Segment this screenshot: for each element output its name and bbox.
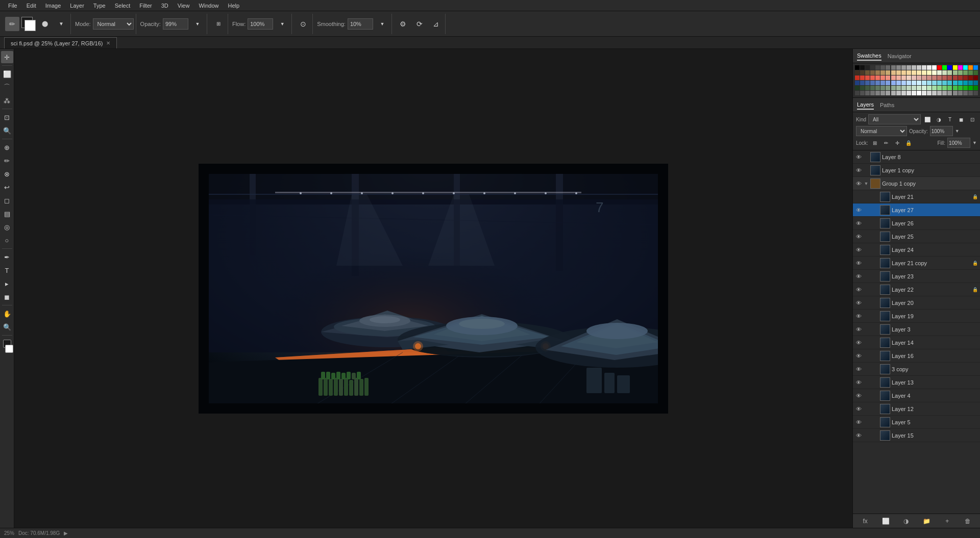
- swatch-cell[interactable]: [953, 65, 958, 70]
- swatch-cell[interactable]: [855, 65, 860, 70]
- path-selection-tool[interactable]: ▸: [1, 277, 13, 290]
- swatch-cell[interactable]: [958, 65, 963, 70]
- mode-select[interactable]: Normal: [93, 18, 134, 30]
- layer-item[interactable]: 👁Layer 1 copy: [853, 164, 980, 177]
- swatch-cell[interactable]: [947, 65, 952, 70]
- clone-tool[interactable]: ⊗: [1, 168, 13, 180]
- swatch-cell[interactable]: [870, 65, 875, 70]
- layer-visibility-toggle[interactable]: 👁: [855, 286, 862, 293]
- swatch-cell[interactable]: [912, 70, 916, 75]
- swatch-cell[interactable]: [880, 65, 885, 70]
- swatch-cell[interactable]: [886, 91, 890, 95]
- swatch-cell[interactable]: [963, 91, 968, 95]
- swatch-cell[interactable]: [912, 75, 916, 80]
- swatch-cell[interactable]: [870, 75, 875, 80]
- layer-item[interactable]: 👁▼Group 1 copy: [853, 177, 980, 190]
- swatch-cell[interactable]: [958, 75, 963, 80]
- swatch-cell[interactable]: [922, 75, 926, 80]
- filter-type-btn[interactable]: T: [945, 115, 954, 124]
- swatch-cell[interactable]: [886, 65, 890, 70]
- swatch-cell[interactable]: [932, 75, 937, 80]
- layer-group-btn[interactable]: 📁: [922, 516, 932, 526]
- swatch-cell[interactable]: [937, 86, 942, 90]
- layer-visibility-toggle[interactable]: [855, 193, 862, 200]
- tab-close-btn[interactable]: ✕: [106, 40, 110, 46]
- swatch-cell[interactable]: [927, 81, 932, 85]
- swatch-cell[interactable]: [927, 65, 932, 70]
- swatch-cell[interactable]: [958, 70, 963, 75]
- layer-visibility-toggle[interactable]: 👁: [855, 326, 862, 333]
- swatch-cell[interactable]: [953, 91, 958, 95]
- swatch-cell[interactable]: [922, 70, 926, 75]
- swatch-cell[interactable]: [855, 75, 860, 80]
- swatch-cell[interactable]: [958, 86, 963, 90]
- swatch-cell[interactable]: [860, 75, 865, 80]
- swatch-cell[interactable]: [880, 91, 885, 95]
- swatch-cell[interactable]: [942, 75, 947, 80]
- layer-visibility-toggle[interactable]: 👁: [855, 339, 862, 346]
- swatch-cell[interactable]: [901, 65, 906, 70]
- layer-item[interactable]: 👁Layer 12: [853, 402, 980, 416]
- marquee-tool[interactable]: ⬜: [1, 68, 13, 80]
- color-swatch[interactable]: [21, 17, 36, 31]
- menu-file[interactable]: File: [4, 2, 21, 10]
- shape-tool[interactable]: ◼: [1, 291, 13, 303]
- history-brush-tool[interactable]: ↩: [1, 181, 13, 193]
- swatch-cell[interactable]: [912, 91, 916, 95]
- filter-adj-btn[interactable]: ◑: [934, 115, 943, 124]
- swatch-cell[interactable]: [886, 81, 890, 85]
- swatch-cell[interactable]: [870, 70, 875, 75]
- menu-window[interactable]: Window: [194, 2, 223, 10]
- swatch-cell[interactable]: [901, 70, 906, 75]
- opacity-dropdown-btn[interactable]: ▼: [955, 129, 960, 134]
- swatch-cell[interactable]: [860, 86, 865, 90]
- swatch-cell[interactable]: [865, 86, 870, 90]
- swatch-cell[interactable]: [891, 70, 896, 75]
- swatch-cell[interactable]: [963, 75, 968, 80]
- swatch-cell[interactable]: [947, 75, 952, 80]
- opacity-value-input[interactable]: [930, 126, 953, 136]
- blur-tool[interactable]: ◎: [1, 221, 13, 233]
- menu-image[interactable]: Image: [41, 2, 65, 10]
- layer-item[interactable]: 👁Layer 3: [853, 323, 980, 336]
- menu-edit[interactable]: Edit: [22, 2, 40, 10]
- swatch-cell[interactable]: [917, 65, 921, 70]
- move-tool[interactable]: ✛: [1, 51, 13, 63]
- swatch-cell[interactable]: [968, 91, 973, 95]
- layer-expand-btn[interactable]: ▼: [864, 180, 869, 187]
- swatch-cell[interactable]: [906, 65, 911, 70]
- swatch-cell[interactable]: [886, 75, 890, 80]
- swatch-cell[interactable]: [896, 65, 901, 70]
- opacity-input[interactable]: [163, 18, 188, 30]
- layer-visibility-toggle[interactable]: 👁: [855, 233, 862, 240]
- filter-shape-btn[interactable]: ◼: [957, 115, 966, 124]
- layer-visibility-toggle[interactable]: 👁: [855, 419, 862, 426]
- swatch-cell[interactable]: [937, 65, 942, 70]
- swatch-cell[interactable]: [917, 91, 921, 95]
- swatch-cell[interactable]: [937, 81, 942, 85]
- swatch-cell[interactable]: [922, 65, 926, 70]
- layer-visibility-toggle[interactable]: 👁: [855, 246, 862, 253]
- swatch-cell[interactable]: [973, 75, 978, 80]
- swatch-cell[interactable]: [875, 86, 880, 90]
- lock-all-btn[interactable]: 🔒: [904, 138, 913, 147]
- swatch-cell[interactable]: [942, 81, 947, 85]
- swatch-cell[interactable]: [880, 70, 885, 75]
- swatch-cell[interactable]: [953, 75, 958, 80]
- swatch-cell[interactable]: [953, 81, 958, 85]
- swatch-cell[interactable]: [906, 86, 911, 90]
- swatch-cell[interactable]: [860, 91, 865, 95]
- layer-item[interactable]: 👁Layer 20: [853, 296, 980, 310]
- layer-visibility-toggle[interactable]: 👁: [855, 299, 862, 306]
- swatch-cell[interactable]: [886, 86, 890, 90]
- layer-item[interactable]: 👁Layer 16: [853, 349, 980, 363]
- swatch-cell[interactable]: [880, 75, 885, 80]
- swatch-cell[interactable]: [922, 86, 926, 90]
- layer-item[interactable]: 👁3 copy: [853, 363, 980, 376]
- crop-tool[interactable]: ⊡: [1, 111, 13, 123]
- swatch-cell[interactable]: [880, 86, 885, 90]
- swatches-tab[interactable]: Swatches: [857, 52, 881, 61]
- swatch-cell[interactable]: [906, 91, 911, 95]
- swatch-cell[interactable]: [865, 65, 870, 70]
- menu-type[interactable]: Type: [89, 2, 110, 10]
